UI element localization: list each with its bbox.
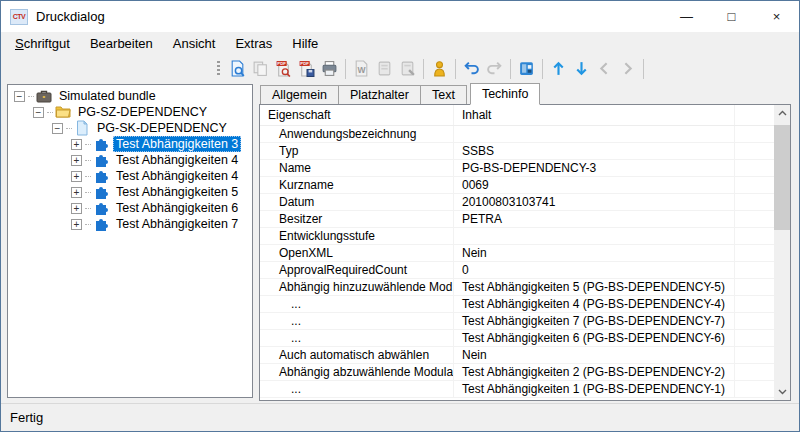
pdf-save-button[interactable]: PDF [295,57,318,81]
menu-extras[interactable]: Extras [225,33,282,54]
tree-connector [66,128,72,129]
toolbar-separator [423,59,424,79]
copy-button[interactable] [249,57,272,81]
vertical-scrollbar[interactable] [774,105,790,400]
property-cell: ... [260,331,453,345]
toolbar-separator [542,59,543,79]
property-cell: Abhängig abzuwählende Modula... [260,365,453,379]
property-cell: OpenXML [260,246,453,260]
print-preview-button[interactable] [226,57,249,81]
word-export-button[interactable]: W [350,57,373,81]
export-button[interactable] [373,57,396,81]
minimize-button[interactable]: — [664,1,709,32]
table-row[interactable]: ApprovalRequiredCount0 [260,262,774,279]
expand-icon[interactable]: + [71,155,82,166]
tab-platzhalter[interactable]: Platzhalter [338,85,421,104]
expand-icon[interactable]: + [71,203,82,214]
spacer-cell [734,313,774,329]
scroll-up-icon[interactable] [774,105,790,121]
table-row[interactable]: TypSSBS [260,143,774,160]
tree-item-test-abhaengigkeiten-5[interactable]: + Test Abhängigkeiten 5 [8,184,252,200]
collapse-icon[interactable]: − [33,107,44,118]
move-down-button[interactable] [570,57,593,81]
tree-item-test-abhaengigkeiten-4b[interactable]: + Test Abhängigkeiten 4 [8,168,252,184]
table-row[interactable]: Entwicklungsstufe [260,228,774,245]
puzzle-icon [93,152,109,168]
tree-item-test-abhaengigkeiten-7[interactable]: + Test Abhängigkeiten 7 [8,216,252,232]
window-controls: — □ × [664,1,799,32]
tree-connector [85,176,91,177]
properties-panel-button[interactable] [515,57,538,81]
table-row[interactable]: Kurzname0069 [260,177,774,194]
svg-text:PDF: PDF [300,61,309,66]
scrollbar-thumb[interactable] [774,125,790,230]
next-button[interactable] [616,57,639,81]
value-cell: 0 [453,262,734,278]
table-row[interactable]: ...Test Abhängigkeiten 6 (PG-BS-DEPENDEN… [260,330,774,347]
value-cell: SSBS [453,143,734,159]
table-row[interactable]: Anwendungsbezeichnung [260,126,774,143]
status-text: Fertig [10,410,43,425]
tree-item-simulated-bundle[interactable]: − Simulated bundle [8,88,252,104]
tab-bar: Allgemein Platzhalter Text Techinfo [259,82,793,104]
table-row[interactable]: Datum20100803103741 [260,194,774,211]
export-edit-button[interactable] [396,57,419,81]
tree-item-label: Test Abhängigkeiten 4 [113,168,241,184]
folder-icon [55,104,71,120]
puzzle-icon [93,200,109,216]
menu-schriftgut[interactable]: Schriftgut [5,33,80,54]
window-title: Druckdialog [36,9,105,24]
app-icon-label: CTV [13,13,26,20]
tab-allgemein[interactable]: Allgemein [260,85,339,104]
collapse-icon[interactable]: − [52,123,63,134]
expand-icon[interactable]: + [71,187,82,198]
table-row[interactable]: BesitzerPETRA [260,211,774,228]
spacer-cell [734,279,774,295]
table-row[interactable]: ...Test Abhängigkeiten 7 (PG-BS-DEPENDEN… [260,313,774,330]
tree-connector [28,96,34,97]
menu-hilfe[interactable]: Hilfe [282,33,328,54]
tree-connector [85,192,91,193]
collapse-icon[interactable]: − [14,91,25,102]
toolbar-grip[interactable] [217,61,220,77]
tree-item-test-abhaengigkeiten-3[interactable]: + Test Abhängigkeiten 3 [8,136,252,152]
puzzle-icon [93,168,109,184]
tree-item-label: Test Abhängigkeiten 7 [113,216,241,232]
spacer-cell [734,126,774,142]
pdf-preview-button[interactable]: PDF [272,57,295,81]
tree-item-test-abhaengigkeiten-6[interactable]: + Test Abhängigkeiten 6 [8,200,252,216]
table-row[interactable]: ...Test Abhängigkeiten 4 (PG-BS-DEPENDEN… [260,296,774,313]
tree-item-label: Test Abhängigkeiten 6 [113,200,241,216]
table-row[interactable]: Auch automatisch abwählenNein [260,347,774,364]
table-row[interactable]: ...Test Abhängigkeiten 1 (PG-BS-DEPENDEN… [260,381,774,398]
scroll-down-icon[interactable] [774,384,790,400]
expand-icon[interactable]: + [71,171,82,182]
expand-icon[interactable]: + [71,139,82,150]
undo-button[interactable] [460,57,483,81]
user-button[interactable] [428,57,451,81]
maximize-button[interactable]: □ [709,1,754,32]
tab-techinfo[interactable]: Techinfo [470,83,541,105]
tree-item-test-abhaengigkeiten-4a[interactable]: + Test Abhängigkeiten 4 [8,152,252,168]
table-row[interactable]: OpenXMLNein [260,245,774,262]
grid-header-row: Eigenschaft Inhalt [260,105,774,126]
print-button[interactable] [318,57,341,81]
close-button[interactable]: × [754,1,799,32]
spacer-cell [734,194,774,210]
previous-button[interactable] [593,57,616,81]
table-row[interactable]: Abhängig hinzuzuwählende Mod...Test Abhä… [260,279,774,296]
menu-bearbeiten[interactable]: Bearbeiten [80,33,163,54]
tree-item-pg-sk-dependency[interactable]: − PG-SK-DEPENDENCY [8,120,252,136]
redo-button[interactable] [483,57,506,81]
property-cell: Anwendungsbezeichnung [260,127,453,141]
menu-ansicht[interactable]: Ansicht [163,33,226,54]
tree-connector [47,112,53,113]
tab-text[interactable]: Text [420,85,467,104]
table-row[interactable]: NamePG-BS-DEPENDENCY-3 [260,160,774,177]
expand-icon[interactable]: + [71,219,82,230]
move-up-button[interactable] [547,57,570,81]
svg-text:PDF: PDF [277,61,286,66]
table-row[interactable]: Abhängig abzuwählende Modula...Test Abhä… [260,364,774,381]
toolbar-separator [455,59,456,79]
tree-item-pg-sz-dependency[interactable]: − PG-SZ-DEPENDENCY [8,104,252,120]
